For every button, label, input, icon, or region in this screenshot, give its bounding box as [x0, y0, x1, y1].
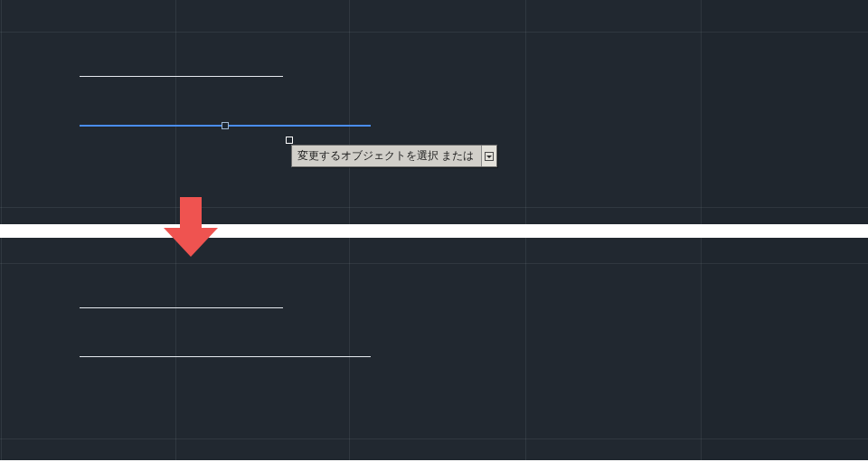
- grid-line: [0, 32, 868, 33]
- panel-shade: [701, 238, 868, 460]
- down-arrow-icon: [164, 197, 218, 257]
- pick-cursor: [286, 137, 293, 144]
- drawing-area-after[interactable]: [0, 238, 868, 460]
- grid-line: [525, 0, 526, 224]
- grip-midpoint[interactable]: [222, 122, 229, 129]
- drawing-area-before[interactable]: 変更するオブジェクトを選択 または: [0, 0, 868, 224]
- line-object[interactable]: [80, 307, 283, 308]
- grid-line: [349, 238, 350, 460]
- grid-line: [349, 0, 350, 224]
- grid-line: [525, 238, 526, 460]
- grid-line: [701, 238, 702, 460]
- panel-shade: [701, 0, 868, 224]
- grid-line: [175, 0, 176, 224]
- grid-line: [0, 207, 868, 208]
- line-object[interactable]: [80, 76, 283, 77]
- line-object[interactable]: [80, 356, 371, 357]
- grid-line: [0, 438, 868, 439]
- dropdown-icon[interactable]: [481, 146, 496, 166]
- grid-line: [1, 238, 2, 460]
- grid-line: [175, 238, 176, 460]
- grid-line: [1, 0, 2, 224]
- grid-line: [0, 263, 868, 264]
- dynamic-input-prompt[interactable]: 変更するオブジェクトを選択 または: [291, 145, 497, 167]
- grid-line: [701, 0, 702, 224]
- prompt-text: 変更するオブジェクトを選択 または: [292, 146, 481, 166]
